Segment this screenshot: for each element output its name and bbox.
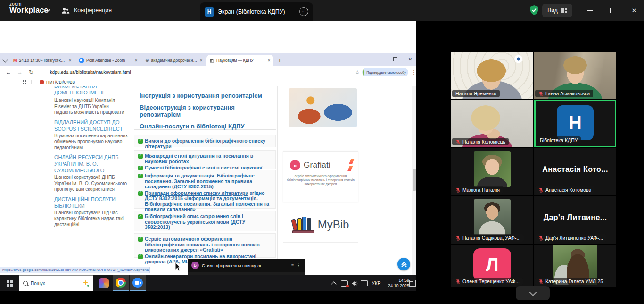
meeting-tab-label: Конференция xyxy=(74,7,112,14)
browser-tab-integrity[interactable]: ⊕ академічна доброчесність ✕ xyxy=(142,55,206,66)
participant-name-label: Дар'я Литвиненко УАФ-... xyxy=(535,234,606,242)
channel-avatar[interactable]: Б xyxy=(191,262,199,269)
video-header: Б Стилі оформлення списку лі... ≡ ⋮ xyxy=(188,259,305,272)
checklist-link-7[interactable]: Сервіс автоматичного оформлення бібліогр… xyxy=(145,236,272,253)
participant-tile[interactable]: Наталя Яременко xyxy=(451,52,533,99)
window-minimize-button[interactable] xyxy=(582,0,598,21)
muted-mic-icon xyxy=(538,187,544,193)
share-app-icon: Н xyxy=(205,7,214,17)
participant-tile-active-speaker[interactable]: Н Бібліотека КДПУ xyxy=(534,100,616,147)
grafiati-logo-icon: « xyxy=(290,160,300,170)
tab-close-icon[interactable]: ✕ xyxy=(267,59,271,63)
taskbar-copilot-button[interactable] xyxy=(96,275,112,291)
participant-tile[interactable]: Анастасія Кото... Анастасія Котомова xyxy=(534,148,616,195)
taskbar-zoom-button[interactable] xyxy=(130,275,146,291)
tab-close-icon[interactable]: ✕ xyxy=(68,59,72,63)
zoom-title-bar: zoom Workplace Конференция Н Экран (Бібл… xyxy=(0,0,644,21)
taskbar-search-input[interactable]: Пошук xyxy=(19,275,93,291)
checkmark-icon xyxy=(138,237,143,242)
tab-close-icon[interactable]: ✕ xyxy=(199,59,203,63)
left-link-2[interactable]: ВІДДАЛЕНИЙ ДОСТУП ДО SCOPUS І SCIENCEDIR… xyxy=(54,119,129,132)
checklist-link-4[interactable]: Інформація та документація. Бібліографіч… xyxy=(145,173,272,190)
left-text-3: Шановні користувачі! ДНПБ України ім. В.… xyxy=(54,175,129,193)
browser-close-button[interactable]: ✕ xyxy=(404,53,417,65)
repo-link-2[interactable]: Відеонструкція з користування репозитарі… xyxy=(140,104,276,118)
tray-network-icon[interactable] xyxy=(359,275,369,291)
close-icon: ✕ xyxy=(632,7,637,14)
left-text-1: Шановні науковці! Компанія Elsevier та Д… xyxy=(54,98,129,116)
scroll-to-top-button[interactable] xyxy=(397,258,410,270)
browser-restore-button[interactable] xyxy=(388,53,402,65)
tab-separator xyxy=(75,57,75,63)
checklist-link-1[interactable]: Вимоги до оформлення бібліографічного сп… xyxy=(145,138,272,149)
divider xyxy=(31,80,32,84)
window-restore-button[interactable] xyxy=(604,0,620,21)
participant-tile[interactable]: Ганна Асмаковська xyxy=(534,52,616,99)
tab-close-icon[interactable]: ✕ xyxy=(134,59,138,63)
mybib-card[interactable]: MyBib xyxy=(283,207,358,243)
repo-link-3[interactable]: Онлайн-послуги в бібліотеці КДПУ xyxy=(140,123,276,130)
tray-language[interactable]: УКР xyxy=(370,275,383,291)
participant-photo-avatar xyxy=(474,151,511,187)
restore-icon xyxy=(610,8,615,13)
participant-tile[interactable]: Наталія Коломієць xyxy=(451,100,533,147)
tab-screen-share[interactable]: Н Экран (Бібліотека КДПУ) ⋯ xyxy=(200,2,313,21)
tab-search-chevron-icon[interactable] xyxy=(2,57,8,62)
participant-tile[interactable]: Дар'я Литвине... Дар'я Литвиненко УАФ-..… xyxy=(534,196,616,244)
muted-mic-icon xyxy=(455,187,461,193)
bookmark-star-icon[interactable]: ☆ xyxy=(353,68,362,77)
bookmark-item[interactable]: НМТ/ЄВІ/ЄФВВ xyxy=(46,80,75,84)
clipped-heading: ВИКОРИСТАННЯ ДОМЕННОГО ІМЕНІ УСТАНОВИ xyxy=(54,86,129,97)
checkmark-icon xyxy=(138,154,143,159)
tray-volume-icon[interactable] xyxy=(350,275,359,291)
globe-icon: ⊕ xyxy=(145,58,149,63)
scrollbar-thumb[interactable] xyxy=(413,169,416,191)
more-options-icon[interactable]: ⋯ xyxy=(299,7,308,16)
view-button[interactable]: Вид xyxy=(542,4,572,17)
site-settings-icon[interactable] xyxy=(41,70,46,74)
video-menu-icon[interactable]: ⋮ xyxy=(297,263,301,268)
video-title[interactable]: Стилі оформлення списку лі... xyxy=(202,263,289,268)
taskbar-chrome-button[interactable] xyxy=(113,275,129,291)
tray-clock[interactable]: 14:59 24.10.2025 xyxy=(385,275,409,291)
apps-grid-icon[interactable] xyxy=(23,80,26,84)
participant-tile[interactable]: Катерина Галета УМЛ-25 xyxy=(534,245,616,287)
speaker-icon xyxy=(352,281,358,286)
browser-window: M 24.10 14:30 - library@kdpu.ed... ✕ Pos… xyxy=(0,53,416,275)
forward-button[interactable]: → xyxy=(15,68,25,77)
browser-minimize-button[interactable] xyxy=(373,53,387,65)
muted-mic-icon xyxy=(455,139,461,144)
profile-button[interactable]: Підтвердьте свою особу xyxy=(362,68,408,76)
browser-tab-active-kdpu[interactable]: Науковцям — КДПУ ✕ xyxy=(206,55,273,66)
checklist-link-5[interactable]: Приклади оформлення списку літератури зг… xyxy=(145,191,272,212)
minimize-icon xyxy=(378,59,382,59)
tray-show-hidden-icons[interactable] xyxy=(330,275,338,291)
checklist-link-2[interactable]: Міжнародні стилі цитування та посилання … xyxy=(145,153,272,164)
address-bar[interactable]: kdpu.edu.ua/biblioteka/naukovtsiam.html xyxy=(50,69,131,75)
participant-tile[interactable]: Наталія Садікова, УАФ-... xyxy=(451,196,533,244)
start-button[interactable] xyxy=(0,275,19,291)
tab-meeting[interactable]: Конференция xyxy=(61,0,112,21)
checklist-link-6[interactable]: Бібліографічний опис скорочення слів і с… xyxy=(145,214,272,230)
mybib-name: MyBib xyxy=(318,218,349,231)
tray-action-center[interactable] xyxy=(409,275,416,291)
left-link-3[interactable]: ОНЛАЙН-РЕСУРСИ ДНПБ УКРАЇНИ ІМ. В. О. СУ… xyxy=(54,154,129,174)
embedded-video[interactable]: Б Стилі оформлення списку лі... ≡ ⋮ xyxy=(188,259,305,275)
participant-tile[interactable]: Л Олена Терещенко УАФ... xyxy=(451,245,533,287)
layout-icon xyxy=(561,8,567,13)
tray-notification-app-icon[interactable] xyxy=(339,275,349,291)
left-link-4[interactable]: ДИСТАНЦІЙНІ ПОСЛУГИ БІБЛІОТЕКИ xyxy=(54,196,129,209)
grafiati-card[interactable]: « Grafiati сервіс автоматичного оформлен… xyxy=(283,151,358,202)
window-close-button[interactable]: ✕ xyxy=(626,0,642,21)
more-participants-button[interactable] xyxy=(516,286,550,300)
reload-button[interactable]: ↻ xyxy=(26,68,36,77)
left-link-1[interactable]: ВИКОРИСТАННЯ ДОМЕННОГО ІМЕНІ УСТАНОВИ xyxy=(54,86,129,97)
back-button[interactable]: ← xyxy=(4,68,13,77)
new-tab-button[interactable]: + xyxy=(276,57,283,64)
browser-tab-zoom[interactable]: Post Attendee - Zoom ✕ xyxy=(76,55,140,66)
participant-tile[interactable]: Малюга Наталія xyxy=(451,148,533,195)
repo-link-1[interactable]: Інструкція з користування репозитарієм xyxy=(140,92,276,99)
browser-menu-icon[interactable]: ⋮ xyxy=(409,68,419,77)
browser-tab-gmail[interactable]: M 24.10 14:30 - library@kdpu.ed... ✕ xyxy=(10,55,74,66)
playlist-icon[interactable]: ≡ xyxy=(291,263,294,268)
